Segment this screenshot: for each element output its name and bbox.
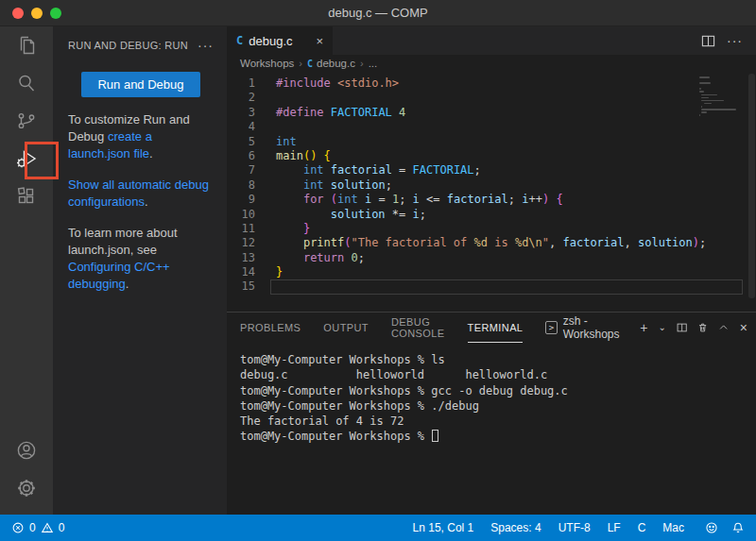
code-line[interactable]: 4	[227, 120, 756, 134]
panel-tab-problems[interactable]: PROBLEMS	[240, 313, 301, 343]
status-item-lf[interactable]: LF	[608, 521, 621, 534]
sidebar-link[interactable]: Show all automatic debug configurations	[68, 178, 209, 209]
code-line[interactable]: 15	[227, 279, 756, 294]
run-and-debug-button[interactable]: Run and Debug	[81, 72, 200, 97]
code-line[interactable]: 3#define FACTORIAL 4	[227, 106, 756, 120]
breadcrumb-item[interactable]: Workshops	[240, 58, 294, 69]
terminal-icon: >	[545, 321, 557, 334]
status-bar: 0 0 Ln 15, Col 1Spaces: 4UTF-8LFCMac	[0, 515, 756, 541]
explorer-icon[interactable]	[0, 26, 53, 64]
code-editor[interactable]: 1#include <stdio.h>23#define FACTORIAL 4…	[227, 72, 756, 312]
code-line[interactable]: 1#include <stdio.h>	[227, 76, 756, 91]
code-line[interactable]: 10 solution *= i;	[227, 208, 756, 222]
errors-icon	[11, 521, 25, 534]
code-text: int factorial = FACTORIAL;	[255, 163, 481, 178]
code-text: int solution;	[255, 178, 392, 193]
line-number: 10	[227, 208, 255, 222]
run-and-debug-icon[interactable]	[0, 140, 53, 178]
line-number: 1	[227, 76, 255, 91]
breadcrumb: Workshops›Cdebug.c›...	[227, 55, 756, 72]
terminal-line: tom@My-Computer Workshops % ls	[240, 352, 756, 367]
search-icon[interactable]	[0, 64, 53, 102]
code-text: #define FACTORIAL 4	[255, 106, 405, 120]
terminal-line: The factorial of 4 is 72	[240, 414, 756, 429]
window-title: debug.c — COMP	[0, 0, 756, 26]
code-text: for (int i = 1; i <= factorial; i++) {	[255, 193, 563, 207]
minimap-line	[701, 94, 716, 96]
terminal-dropdown-icon[interactable]: ⌄	[658, 323, 665, 332]
close-panel-icon[interactable]: ×	[740, 321, 747, 334]
settings-gear-icon[interactable]	[0, 469, 53, 507]
code-text: }	[255, 265, 283, 279]
sidebar-link[interactable]: Configuring C/C++ debugging	[68, 260, 170, 291]
kill-terminal-trash-icon[interactable]	[697, 321, 708, 334]
code-line[interactable]: 6main() {	[227, 149, 756, 163]
breadcrumb-item[interactable]: ...	[369, 58, 378, 69]
editor-scrollbar[interactable]	[748, 74, 755, 298]
shell-label: zsh - Workshops	[563, 314, 630, 341]
extensions-icon[interactable]	[0, 178, 53, 215]
code-line[interactable]: 8 int solution;	[227, 178, 756, 193]
line-number: 7	[227, 163, 255, 178]
source-control-icon[interactable]	[0, 102, 53, 140]
code-line[interactable]: 5int	[227, 135, 756, 149]
activity-bar-bottom	[0, 431, 53, 507]
code-line[interactable]: 11 }	[227, 222, 756, 236]
views-more-actions-icon[interactable]: ···	[198, 38, 214, 53]
code-line[interactable]: 13 return 0;	[227, 251, 756, 265]
minimap[interactable]	[699, 76, 745, 120]
line-number: 3	[227, 106, 255, 120]
line-number: 11	[227, 222, 255, 236]
tab-close-icon[interactable]: ×	[316, 34, 323, 48]
maximize-panel-icon[interactable]	[718, 321, 729, 334]
status-item-spaces-4[interactable]: Spaces: 4	[490, 521, 541, 534]
terminal-line: tom@My-Computer Workshops % ./debug	[240, 398, 756, 414]
minimap-line	[704, 103, 713, 105]
bottom-panel: PROBLEMSOUTPUTDEBUG CONSOLETERMINAL > zs…	[227, 312, 756, 515]
status-item-ln-15-col-1[interactable]: Ln 15, Col 1	[413, 521, 474, 534]
sidebar-paragraph: To customize Run and Debug create a laun…	[68, 111, 212, 162]
breadcrumb-label: debug.c	[317, 58, 355, 69]
code-line[interactable]: 2	[227, 91, 756, 105]
code-line[interactable]: 14}	[227, 265, 756, 279]
terminal-line: tom@My-Computer Workshops % gcc -o debug…	[240, 383, 756, 398]
warning-count: 0	[59, 521, 65, 534]
split-editor-icon[interactable]	[701, 34, 715, 48]
panel-tab-terminal[interactable]: TERMINAL	[468, 313, 524, 343]
breadcrumb-label: Workshops	[240, 58, 294, 69]
terminal-cursor	[432, 430, 438, 442]
minimap-line	[699, 88, 701, 90]
code-line[interactable]: 7 int factorial = FACTORIAL;	[227, 163, 756, 178]
status-item-utf-8[interactable]: UTF-8	[558, 521, 591, 534]
sidebar-text: .	[145, 194, 148, 209]
breadcrumb-item[interactable]: Cdebug.c	[307, 58, 355, 69]
problems-status[interactable]: 0 0	[11, 521, 64, 534]
code-line[interactable]: 9 for (int i = 1; i <= factorial; i++) {	[227, 193, 756, 207]
sidebar-title: RUN AND DEBUG: RUN	[68, 40, 188, 51]
sidebar-paragraph: Show all automatic debug configurations.	[68, 177, 212, 211]
panel-tabs: PROBLEMSOUTPUTDEBUG CONSOLETERMINAL	[240, 313, 545, 343]
new-terminal-icon[interactable]: +	[640, 321, 647, 334]
status-item-mac[interactable]: Mac	[662, 521, 684, 534]
status-item-c[interactable]: C	[638, 521, 646, 534]
feedback-icon[interactable]	[705, 521, 718, 534]
status-right-items: Ln 15, Col 1Spaces: 4UTF-8LFCMac	[413, 521, 684, 534]
panel-tab-output[interactable]: OUTPUT	[323, 313, 369, 343]
split-terminal-icon[interactable]	[677, 321, 687, 334]
breadcrumb-label: ...	[369, 58, 378, 69]
notifications-bell-icon[interactable]	[731, 521, 745, 534]
minimap-line	[699, 91, 704, 93]
code-line[interactable]: 12 printf("The factorial of %d is %d\n",…	[227, 236, 756, 250]
account-icon[interactable]	[0, 431, 53, 469]
code-lines: 1#include <stdio.h>23#define FACTORIAL 4…	[227, 76, 756, 295]
tab-debug-c[interactable]: C debug.c ×	[227, 26, 333, 55]
editor-more-actions-icon[interactable]: ···	[727, 33, 743, 48]
terminal-output[interactable]: tom@My-Computer Workshops % lsdebug.c he…	[227, 343, 756, 515]
line-number: 14	[227, 265, 255, 279]
line-number: 8	[227, 178, 255, 193]
minimap-line	[699, 76, 710, 78]
title-bar: debug.c — COMP	[0, 0, 756, 26]
panel-tab-debug-console[interactable]: DEBUG CONSOLE	[391, 313, 445, 343]
terminal-shell-selector[interactable]: > zsh - Workshops	[545, 314, 629, 341]
code-text: int	[255, 135, 297, 149]
